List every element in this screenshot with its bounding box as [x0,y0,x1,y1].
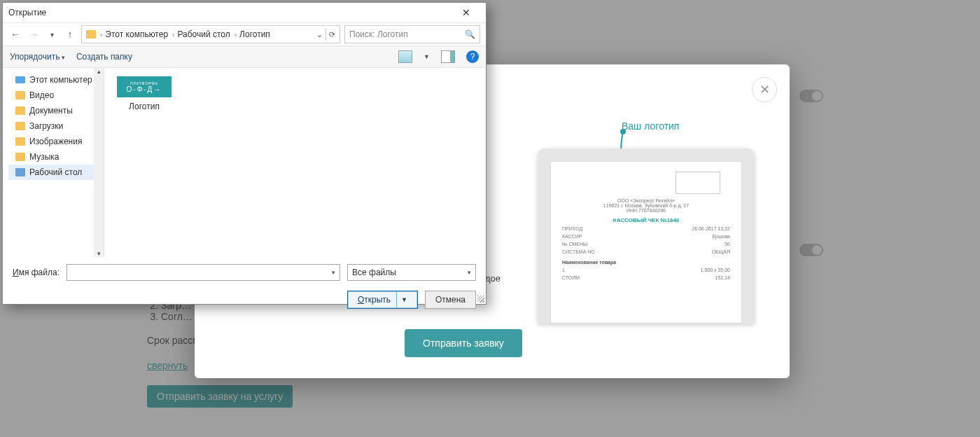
file-open-dialog: Открытие ✕ ← → ▾ ↑ ›Этот компьютер ›Рабо… [2,2,486,305]
r-l: ПРИХОД [562,226,582,231]
dialog-bottom: Имя файла: ▾ Все файлы▾ Открыть ▼ Отмена [3,257,486,316]
chevron-down-icon: ▾ [468,269,471,276]
receipt-inn: ИНН 7707846296 [562,208,730,213]
receipt-body: ООО «Экспресс Ритейл» 119021 г. Москва, … [562,198,730,280]
r-r: 56 [724,242,730,247]
receipt-address: 119021 г. Москва, Зубовский б-р д. 17 [562,203,730,208]
cancel-button[interactable]: Отмена [425,291,476,309]
nav-forward-button[interactable]: → [27,27,41,41]
folder-icon [15,168,25,176]
dialog-titlebar: Открытие ✕ [3,3,486,23]
tree-label: Видео [29,90,54,100]
new-folder-button[interactable]: Создать папку [76,52,132,62]
address-bar[interactable]: ›Этот компьютер ›Рабочий стол ›Логотип ⌄… [81,25,340,43]
nav-up-button[interactable]: ↑ [63,27,77,41]
resize-grip[interactable] [477,296,484,303]
receipt-title: КАССОВЫЙ ЧЕК №1848 [562,217,730,223]
dialog-body: Этот компьютер Видео Документы Загрузки … [3,68,486,257]
folder-icon [15,137,25,146]
r-r: Ершова [712,234,730,239]
search-placeholder: Поиск: Логотип [349,29,408,39]
nav-recent-button[interactable]: ▾ [45,27,59,41]
nav-back-button[interactable]: ← [8,27,22,41]
refresh-icon[interactable]: ⟳ [329,30,335,39]
r-total: 152,14 [715,275,730,280]
folder-icon [15,122,25,130]
tree-item-pictures[interactable]: Изображения [8,134,101,149]
thumb-line2: О-Ф-Д→ [127,85,162,93]
dialog-nav-row: ← → ▾ ↑ ›Этот компьютер ›Рабочий стол ›Л… [3,23,486,46]
folder-icon [15,153,25,161]
tree-label: Загрузки [29,121,63,131]
dialog-command-row: Упорядочить Создать папку ▼ ? [3,46,486,68]
file-list[interactable]: ПЛАТФОРМА О-Ф-Д→ Логотип [104,68,486,257]
chevron-right-icon: › [234,31,237,39]
chevron-right-icon: › [172,31,174,39]
scroll-down-icon: ▾ [97,250,101,257]
modal-close-button[interactable]: ✕ [752,77,777,102]
device-mock: ООО «Экспресс Ритейл» 119021 г. Москва, … [538,148,755,324]
filename-input[interactable]: ▾ [66,264,340,281]
file-item-logo[interactable]: ПЛАТФОРМА О-Ф-Д→ Логотип [113,76,176,111]
filename-label: Имя файла: [13,268,59,277]
filetype-value: Все файлы [352,268,396,277]
file-thumbnail: ПЛАТФОРМА О-Ф-Д→ [117,76,172,97]
tree-scrollbar[interactable]: ▴▾ [94,68,104,257]
r-name: СТОИМ [562,275,580,280]
chevron-down-icon[interactable]: ⌄ [316,30,323,39]
modal-submit-button[interactable]: Отправить заявку [405,329,522,357]
folder-icon [86,30,96,39]
chevron-down-icon[interactable]: ▼ [424,53,430,60]
receipt-logo-placeholder [676,172,720,194]
view-mode-button[interactable] [398,50,412,63]
help-button[interactable]: ? [466,50,479,63]
search-input[interactable]: Поиск: Логотип 🔍 [344,25,480,43]
dialog-title: Открытие [8,8,452,18]
tree-label: Рабочий стол [29,167,82,177]
file-name: Логотип [113,102,176,111]
search-icon: 🔍 [465,29,475,39]
scroll-up-icon: ▴ [97,68,101,75]
nav-tree: Этот компьютер Видео Документы Загрузки … [3,68,104,257]
r-qty: 1,000 х 35,00 [701,268,730,272]
receipt-items-header: Наименование товара [562,260,730,265]
r-l: № СМЕНЫ [562,242,587,247]
tree-item-documents[interactable]: Документы [8,103,101,118]
tree-label: Музыка [29,152,59,162]
tree-item-this-pc[interactable]: Этот компьютер [8,72,101,88]
open-split-dropdown[interactable]: ▼ [396,292,407,307]
tree-item-music[interactable]: Музыка [8,149,101,165]
filetype-select[interactable]: Все файлы▾ [347,264,476,281]
modal-stray-text: дое [485,273,500,284]
receipt-company: ООО «Экспресс Ритейл» [562,198,730,203]
pc-icon [15,76,25,83]
tree-item-downloads[interactable]: Загрузки [8,118,101,134]
dialog-close-button[interactable]: ✕ [452,4,480,22]
r-r: ОБЩАЯ [712,249,730,254]
breadcrumb-item[interactable]: Рабочий стол [177,29,230,39]
preview-pane-button[interactable] [441,50,455,63]
tree-item-videos[interactable]: Видео [8,88,101,103]
close-icon: ✕ [462,7,470,18]
tree-item-desktop[interactable]: Рабочий стол [8,165,101,180]
tree-label: Изображения [29,137,82,146]
breadcrumb-item[interactable]: Этот компьютер [105,29,168,39]
chevron-right-icon: › [100,31,102,39]
receipt: ООО «Экспресс Ритейл» 119021 г. Москва, … [550,161,742,324]
r-l: СИСТЕМА НО [562,249,595,254]
breadcrumb-item[interactable]: Логотип [239,29,270,39]
r-r: 26.06.2017 13:22 [692,226,731,231]
close-icon: ✕ [760,82,770,97]
folder-icon [15,106,25,115]
folder-icon [15,91,25,99]
chevron-down-icon: ▾ [332,269,335,276]
r-l: КАССИР [562,234,582,239]
open-button[interactable]: Открыть ▼ [347,291,418,309]
organize-menu[interactable]: Упорядочить [10,52,65,62]
tree-label: Этот компьютер [29,75,92,85]
tree-label: Документы [29,106,73,116]
